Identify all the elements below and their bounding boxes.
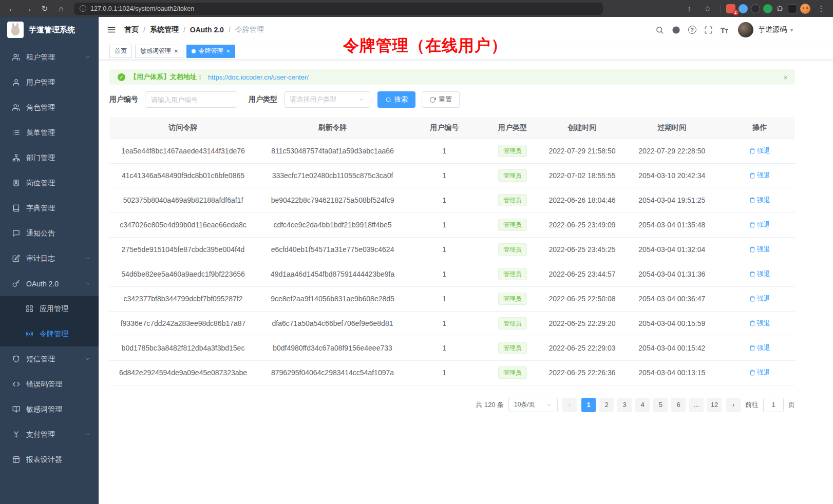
home-icon[interactable]: ⌂	[53, 2, 69, 15]
sidebar-item-menu[interactable]: 菜单管理	[0, 120, 99, 145]
action-cell: 强退	[724, 262, 795, 286]
sidebar-item-audit-log[interactable]: 审计日志	[0, 246, 99, 271]
page-button-4[interactable]: 4	[635, 398, 650, 412]
extensions-puzzle-icon[interactable]	[775, 4, 785, 13]
github-icon[interactable]	[672, 26, 680, 34]
force-logout-button[interactable]: 强退	[749, 294, 770, 303]
page-button-12[interactable]: 12	[707, 398, 722, 412]
tab-close-icon[interactable]: ×	[174, 48, 178, 54]
sidebar-item-oauth2-app[interactable]: 应用管理	[0, 296, 99, 321]
token-table: 访问令牌刷新令牌用户编号用户类型创建时间过期时间操作 1ea5e44f8bc14…	[109, 117, 795, 385]
extension-icon-3[interactable]	[751, 4, 760, 13]
browser-menu-icon[interactable]: ⋮	[813, 2, 829, 15]
tab-close-icon[interactable]: ×	[226, 48, 231, 54]
reset-button[interactable]: 重置	[422, 91, 460, 108]
sidebar-item-sensitive-word[interactable]: 敏感词管理	[0, 397, 99, 422]
sidebar-item-pay[interactable]: 支付管理	[0, 422, 99, 447]
page-button-3[interactable]: 3	[617, 398, 632, 412]
alert-close-icon[interactable]: ×	[783, 73, 788, 82]
back-icon[interactable]: ←	[4, 2, 20, 15]
force-logout-button[interactable]: 强退	[749, 343, 770, 353]
force-logout-button[interactable]: 强退	[749, 319, 770, 328]
search-button[interactable]: 搜索	[377, 91, 415, 108]
created-at-cell: 2022-06-25 22:29:20	[545, 311, 620, 336]
reload-icon[interactable]: ↻	[37, 2, 52, 15]
fullscreen-icon[interactable]	[704, 26, 713, 34]
force-logout-button[interactable]: 强退	[749, 269, 770, 279]
bookmark-star-icon[interactable]: ☆	[700, 2, 715, 15]
browser-profile-avatar[interactable]	[800, 4, 810, 14]
table-row: 54d6be82ee5a460a9aedc1f9bf22365649d1aa46…	[109, 262, 795, 286]
app-logo[interactable]: 芋道管理系统	[0, 17, 99, 43]
sidebar-item-user[interactable]: 用户管理	[0, 70, 99, 95]
font-size-icon[interactable]: TT	[721, 26, 728, 34]
success-check-icon: ✓	[118, 73, 125, 81]
share-icon[interactable]: ↑	[681, 2, 697, 15]
user-type-badge: 管理员	[498, 169, 527, 182]
page-content: ✓ 【用户体系】文档地址： https://doc.iocoder.cn/use…	[99, 60, 833, 412]
extension-icon-2[interactable]	[739, 4, 748, 13]
force-logout-button[interactable]: 强退	[749, 245, 770, 254]
sidebar-item-label: 租户管理	[26, 53, 55, 62]
sidebar-item-tenant[interactable]: 租户管理	[0, 45, 99, 70]
url-bar[interactable]: i 127.0.0.1:1024/system/oauth2/token	[74, 3, 603, 15]
user-id-cell: 1	[408, 212, 480, 237]
user-type-select[interactable]: 请选择用户类型	[284, 91, 370, 108]
sidebar-item-dict[interactable]: 字典管理	[0, 196, 99, 221]
tab-home[interactable]: 首页	[109, 45, 132, 58]
page-size-select[interactable]: 10条/页	[508, 398, 558, 412]
table-header-row: 访问令牌刷新令牌用户编号用户类型创建时间过期时间操作	[109, 117, 795, 139]
sidebar-item-sms[interactable]: 短信管理	[0, 346, 99, 372]
goto-page-input[interactable]	[763, 398, 784, 412]
doc-alert: ✓ 【用户体系】文档地址： https://doc.iocoder.cn/use…	[109, 69, 795, 85]
force-logout-button[interactable]: 强退	[749, 196, 770, 205]
sidebar-item-notice[interactable]: 通知公告	[0, 221, 99, 246]
user-type-badge: 管理员	[498, 342, 527, 354]
sidebar-item-report-designer[interactable]: 报表设计器	[0, 447, 99, 472]
breadcrumb-item[interactable]: 系统管理	[150, 25, 179, 34]
extension-icon-4[interactable]	[763, 4, 772, 13]
sidebar-item-error-code[interactable]: 错误码管理	[0, 372, 99, 397]
sidebar-item-role[interactable]: 角色管理	[0, 95, 99, 120]
sidebar-item-dept[interactable]: 部门管理	[0, 145, 99, 170]
url-text: 127.0.0.1:1024/system/oauth2/token	[90, 5, 194, 12]
user-name[interactable]: 芋道源码	[758, 25, 787, 34]
tab-oauth2-token[interactable]: 令牌管理×	[186, 45, 236, 58]
next-page-button[interactable]: ›	[726, 398, 741, 412]
help-icon[interactable]: ?	[688, 26, 696, 34]
more-pages-button[interactable]: ...	[689, 398, 704, 412]
force-logout-button[interactable]: 强退	[749, 171, 770, 180]
user-avatar[interactable]	[738, 22, 753, 37]
breadcrumb-item[interactable]: 首页	[124, 25, 139, 34]
user-type-cell: 管理员	[480, 163, 544, 188]
trash-icon	[749, 320, 755, 326]
page-button-6[interactable]: 6	[671, 398, 686, 412]
sidebar-item-oauth2-token[interactable]: 令牌管理	[0, 321, 99, 346]
sidebar-item-post[interactable]: 岗位管理	[0, 170, 99, 196]
breadcrumb-item[interactable]: OAuth 2.0	[190, 26, 224, 34]
extension-icon-5[interactable]	[788, 4, 797, 13]
sidebar-item-label: 敏感词管理	[26, 405, 62, 414]
forward-icon[interactable]: →	[21, 2, 36, 15]
page-button-2[interactable]: 2	[599, 398, 614, 412]
user-id-input[interactable]	[145, 91, 237, 108]
user-caret-down-icon[interactable]: ▾	[790, 27, 793, 33]
tab-sensitive-word[interactable]: 敏感词管理×	[135, 45, 183, 58]
refresh-token-cell: e6cfd40eb1f54571a31e775e039c4624	[257, 237, 408, 262]
force-logout-button[interactable]: 强退	[749, 368, 770, 377]
sidebar-item-oauth2[interactable]: OAuth 2.0	[0, 271, 99, 296]
force-logout-button[interactable]: 强退	[749, 220, 770, 229]
force-logout-button[interactable]: 强退	[749, 146, 770, 156]
expires-at-cell: 2054-03-04 00:36:47	[619, 286, 724, 311]
doc-link[interactable]: https://doc.iocoder.cn/user-center/	[208, 73, 309, 81]
collapse-sidebar-button[interactable]	[107, 25, 116, 34]
search-icon[interactable]	[655, 26, 664, 34]
site-info-icon[interactable]: i	[80, 5, 86, 12]
action-cell: 强退	[724, 212, 795, 237]
extension-icon-1[interactable]: 1	[726, 4, 735, 13]
prev-page-button[interactable]: ‹	[562, 398, 577, 412]
page-button-1[interactable]: 1	[581, 398, 596, 412]
expires-at-cell: 2022-07-29 22:28:50	[619, 139, 724, 163]
page-button-5[interactable]: 5	[653, 398, 668, 412]
force-logout-label: 强退	[757, 171, 770, 180]
